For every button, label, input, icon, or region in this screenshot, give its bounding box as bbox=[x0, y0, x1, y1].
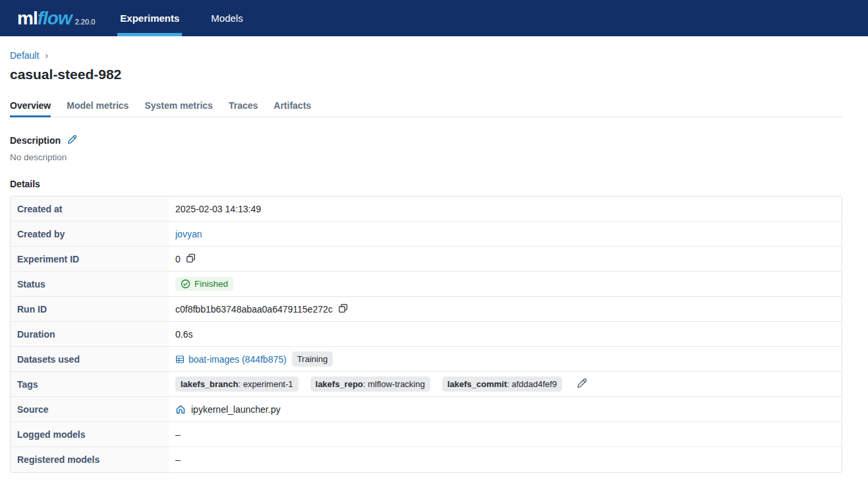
row-label: Datasets used bbox=[11, 347, 169, 371]
pencil-icon bbox=[67, 135, 77, 146]
logo-ml-text: ml bbox=[17, 8, 38, 29]
dataset-link[interactable]: boat-images (844fb875) bbox=[175, 354, 287, 365]
table-icon bbox=[175, 355, 185, 364]
row-label: Experiment ID bbox=[11, 247, 169, 271]
tag-pill-lakefs-branch: lakefs_branch: experiment-1 bbox=[175, 377, 299, 392]
row-label: Logged models bbox=[11, 422, 169, 446]
breadcrumb-experiment-link[interactable]: Default bbox=[10, 50, 39, 61]
row-label: Status bbox=[11, 272, 169, 296]
details-row-created-at: Created at 2025-02-03 14:13:49 bbox=[11, 197, 842, 222]
tag-key: lakefs_branch bbox=[181, 379, 238, 389]
nav-item-models-label: Models bbox=[211, 13, 243, 24]
nav-item-experiments-label: Experiments bbox=[120, 13, 179, 24]
home-icon bbox=[175, 404, 186, 415]
tab-traces-label: Traces bbox=[229, 100, 258, 111]
details-header: Details bbox=[10, 179, 40, 189]
description-empty-text: No description bbox=[10, 152, 842, 162]
nav-active-indicator bbox=[117, 33, 182, 36]
details-row-source: Source ipykernel_launcher.py bbox=[11, 397, 842, 422]
row-label: Created by bbox=[11, 222, 169, 246]
tab-model-metrics[interactable]: Model metrics bbox=[67, 100, 129, 117]
row-label: Duration bbox=[11, 322, 169, 346]
tab-artifacts-label: Artifacts bbox=[274, 100, 311, 111]
row-label: Run ID bbox=[11, 297, 169, 321]
copy-icon bbox=[338, 303, 348, 315]
description-section: Description No description bbox=[10, 135, 842, 162]
details-table: Created at 2025-02-03 14:13:49 Created b… bbox=[10, 196, 842, 473]
tag-value: : mlflow-tracking bbox=[363, 379, 425, 389]
details-row-registered-models: Registered models – bbox=[11, 447, 842, 472]
tab-overview[interactable]: Overview bbox=[10, 100, 51, 117]
source-value: ipykernel_launcher.py bbox=[175, 404, 280, 415]
pencil-icon bbox=[577, 378, 587, 390]
tag-key: lakefs_commit bbox=[448, 379, 507, 389]
copy-experiment-id-button[interactable] bbox=[186, 253, 196, 265]
copy-run-id-button[interactable] bbox=[338, 303, 348, 315]
row-label: Registered models bbox=[11, 447, 169, 472]
status-badge: Finished bbox=[175, 277, 233, 291]
dataset-context-tag: Training bbox=[292, 351, 333, 367]
source-file-label: ipykernel_launcher.py bbox=[191, 404, 280, 415]
details-row-logged-models: Logged models – bbox=[11, 422, 842, 447]
description-header: Description bbox=[10, 135, 61, 146]
registered-models-value: – bbox=[175, 454, 181, 465]
tab-overview-label: Overview bbox=[10, 100, 51, 111]
details-row-duration: Duration 0.6s bbox=[11, 322, 842, 347]
run-tabs: Overview Model metrics System metrics Tr… bbox=[10, 100, 842, 117]
tab-active-underline bbox=[10, 115, 51, 117]
copy-icon bbox=[186, 253, 196, 265]
dataset-link-label: boat-images (844fb875) bbox=[188, 354, 287, 365]
details-row-status: Status Finished bbox=[11, 272, 842, 297]
row-label: Created at bbox=[11, 197, 169, 221]
row-label: Source bbox=[11, 397, 169, 421]
tab-artifacts[interactable]: Artifacts bbox=[274, 100, 311, 117]
tag-pill-lakefs-repo: lakefs_repo: mlflow-tracking bbox=[310, 377, 430, 392]
status-text: Finished bbox=[194, 279, 228, 289]
navbar-menu: Experiments Models bbox=[117, 0, 272, 36]
top-navbar: mlflow 2.20.0 Experiments Models bbox=[0, 0, 868, 36]
run-overview-page: Default › casual-steed-982 Overview Mode… bbox=[0, 49, 868, 473]
nav-item-models[interactable]: Models bbox=[208, 0, 245, 36]
experiment-id-value: 0 bbox=[175, 254, 181, 264]
check-circle-icon bbox=[181, 279, 190, 289]
version-label: 2.20.0 bbox=[75, 18, 96, 26]
details-row-created-by: Created by jovyan bbox=[11, 222, 842, 247]
tag-pill-lakefs-commit: lakefs_commit: afddad4fef9 bbox=[442, 377, 562, 392]
details-row-experiment-id: Experiment ID 0 bbox=[11, 247, 842, 272]
tab-system-metrics-label: System metrics bbox=[144, 100, 213, 111]
created-by-user-link[interactable]: jovyan bbox=[175, 229, 202, 239]
tag-value: : experiment-1 bbox=[238, 379, 293, 389]
run-id-value: c0f8fbb1b63748abaa0a6479115e272c bbox=[175, 304, 333, 315]
tag-value: : afddad4fef9 bbox=[507, 379, 557, 389]
details-row-tags: Tags lakefs_branch: experiment-1 lakefs_… bbox=[11, 372, 842, 397]
tab-system-metrics[interactable]: System metrics bbox=[144, 100, 213, 117]
tab-traces[interactable]: Traces bbox=[229, 100, 258, 117]
details-row-run-id: Run ID c0f8fbb1b63748abaa0a6479115e272c bbox=[11, 297, 842, 322]
duration-value: 0.6s bbox=[175, 329, 192, 340]
mlflow-logo[interactable]: mlflow 2.20.0 bbox=[17, 8, 95, 29]
tag-key: lakefs_repo bbox=[316, 379, 363, 389]
edit-description-button[interactable] bbox=[67, 135, 77, 146]
logo-flow-text: flow bbox=[38, 8, 72, 29]
details-row-datasets: Datasets used boat-images (844fb875) Tra… bbox=[11, 347, 842, 372]
breadcrumb: Default › bbox=[10, 49, 842, 61]
chevron-right-icon: › bbox=[45, 49, 48, 61]
nav-item-experiments[interactable]: Experiments bbox=[117, 0, 182, 36]
created-at-value: 2025-02-03 14:13:49 bbox=[175, 204, 261, 214]
page-title: casual-steed-982 bbox=[10, 67, 842, 82]
edit-tags-button[interactable] bbox=[577, 378, 587, 390]
row-label: Tags bbox=[11, 372, 169, 396]
tab-model-metrics-label: Model metrics bbox=[67, 100, 129, 111]
logged-models-value: – bbox=[175, 429, 181, 440]
